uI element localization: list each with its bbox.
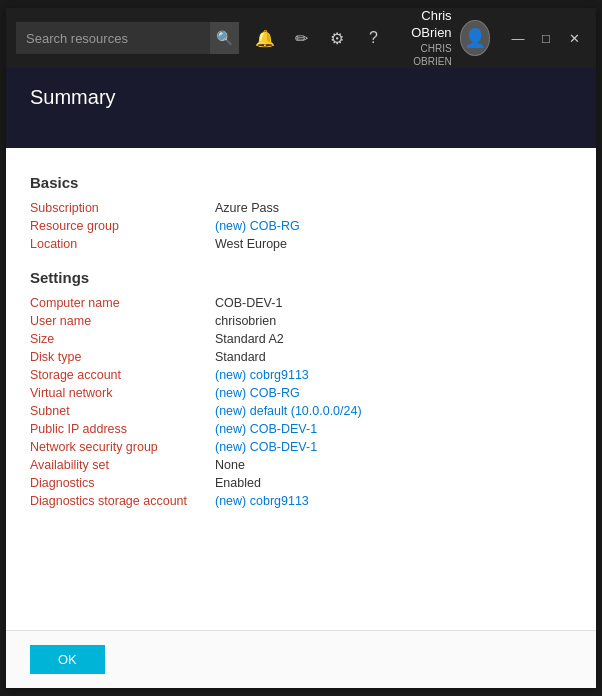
row-value: Standard A2 (215, 332, 284, 346)
user-name: Chris OBrien (389, 8, 451, 42)
table-row: Diagnostics Enabled (30, 476, 572, 490)
table-row: Disk type Standard (30, 350, 572, 364)
ok-button[interactable]: OK (30, 645, 105, 674)
basics-rows: Subscription Azure Pass Resource group (… (30, 201, 572, 251)
user-section: Chris OBrien CHRIS OBRIEN 👤 — □ ✕ (389, 8, 586, 68)
row-label: Subnet (30, 404, 215, 418)
page-header: Summary (6, 68, 596, 148)
table-row: User name chrisobrien (30, 314, 572, 328)
row-label: Public IP address (30, 422, 215, 436)
search-icon: 🔍 (216, 30, 233, 46)
row-value: (new) COB-DEV-1 (215, 422, 317, 436)
table-row: Computer name COB-DEV-1 (30, 296, 572, 310)
table-row: Subnet (new) default (10.0.0.0/24) (30, 404, 572, 418)
row-value: (new) default (10.0.0.0/24) (215, 404, 362, 418)
row-label: Storage account (30, 368, 215, 382)
search-button[interactable]: 🔍 (210, 22, 239, 54)
row-value: (new) COB-DEV-1 (215, 440, 317, 454)
row-label: Computer name (30, 296, 215, 310)
row-value: Enabled (215, 476, 261, 490)
table-row: Network security group (new) COB-DEV-1 (30, 440, 572, 454)
row-label: Resource group (30, 219, 215, 233)
table-row: Public IP address (new) COB-DEV-1 (30, 422, 572, 436)
main-content: Basics Subscription Azure Pass Resource … (6, 148, 596, 630)
search-input[interactable] (16, 22, 210, 54)
settings-rows: Computer name COB-DEV-1 User name chriso… (30, 296, 572, 508)
row-value: (new) cobrg9113 (215, 494, 309, 508)
window-controls: — □ ✕ (506, 26, 586, 50)
row-label: Subscription (30, 201, 215, 215)
row-label: Diagnostics storage account (30, 494, 215, 508)
row-value: Standard (215, 350, 266, 364)
basics-title: Basics (30, 174, 572, 191)
bell-icon: 🔔 (255, 29, 275, 48)
footer: OK (6, 630, 596, 688)
maximize-button[interactable]: □ (534, 26, 558, 50)
table-row: Resource group (new) COB-RG (30, 219, 572, 233)
row-label: Availability set (30, 458, 215, 472)
basics-section: Basics Subscription Azure Pass Resource … (30, 174, 572, 251)
row-value: None (215, 458, 245, 472)
close-button[interactable]: ✕ (562, 26, 586, 50)
table-row: Diagnostics storage account (new) cobrg9… (30, 494, 572, 508)
settings-title: Settings (30, 269, 572, 286)
page-title: Summary (30, 86, 572, 109)
row-value: chrisobrien (215, 314, 276, 328)
edit-icon: ✏ (295, 29, 308, 48)
table-row: Availability set None (30, 458, 572, 472)
help-button[interactable]: ? (357, 22, 389, 54)
row-value: West Europe (215, 237, 287, 251)
settings-icon: ⚙ (330, 29, 344, 48)
row-value: COB-DEV-1 (215, 296, 282, 310)
row-label: Size (30, 332, 215, 346)
settings-section: Settings Computer name COB-DEV-1 User na… (30, 269, 572, 508)
row-label: Diagnostics (30, 476, 215, 490)
row-value: (new) cobrg9113 (215, 368, 309, 382)
row-label: User name (30, 314, 215, 328)
table-row: Location West Europe (30, 237, 572, 251)
row-label: Location (30, 237, 215, 251)
row-value: Azure Pass (215, 201, 279, 215)
row-label: Disk type (30, 350, 215, 364)
row-label: Network security group (30, 440, 215, 454)
topbar: 🔍 🔔 ✏ ⚙ ? Chris OBrien CHRIS OBRIEN 👤 (6, 8, 596, 68)
help-icon: ? (369, 29, 378, 47)
settings-button[interactable]: ⚙ (321, 22, 353, 54)
user-info: Chris OBrien CHRIS OBRIEN (389, 8, 451, 68)
table-row: Size Standard A2 (30, 332, 572, 346)
edit-button[interactable]: ✏ (285, 22, 317, 54)
user-sub: CHRIS OBRIEN (389, 42, 451, 68)
notifications-button[interactable]: 🔔 (249, 22, 281, 54)
topbar-icons: 🔔 ✏ ⚙ ? (249, 22, 389, 54)
avatar[interactable]: 👤 (460, 20, 490, 56)
table-row: Subscription Azure Pass (30, 201, 572, 215)
row-value: (new) COB-RG (215, 219, 300, 233)
table-row: Virtual network (new) COB-RG (30, 386, 572, 400)
avatar-icon: 👤 (464, 27, 486, 49)
minimize-button[interactable]: — (506, 26, 530, 50)
row-value: (new) COB-RG (215, 386, 300, 400)
row-label: Virtual network (30, 386, 215, 400)
table-row: Storage account (new) cobrg9113 (30, 368, 572, 382)
